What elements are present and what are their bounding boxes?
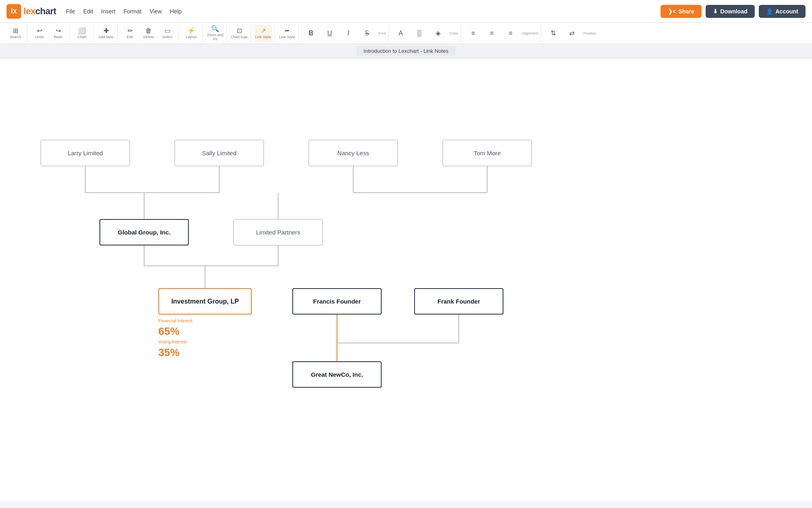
- redo-tool[interactable]: ↪ Redo: [49, 25, 67, 42]
- font-color-tool[interactable]: A: [392, 25, 410, 42]
- tool-group-zoom: 🔍 Zoom and Fit: [204, 25, 227, 42]
- align-left-icon: ≡: [471, 30, 475, 37]
- investment-annotation: Financial Interest 65% Voting Interest 3…: [158, 318, 192, 360]
- zoom-tool[interactable]: 🔍 Zoom and Fit: [206, 25, 224, 42]
- undo-tool[interactable]: ↩ Undo: [30, 25, 48, 42]
- canvas[interactable]: Larry Limited Sally Limited Nancy Less T…: [0, 59, 812, 501]
- node-tom-more[interactable]: Tom More: [443, 140, 532, 166]
- line-style-icon: ━: [285, 28, 289, 34]
- node-francis-founder[interactable]: Francis Founder: [292, 288, 382, 315]
- align-left-tool[interactable]: ≡: [464, 25, 482, 42]
- chart-gap-tool[interactable]: ⊡ Chart Gap: [230, 25, 248, 42]
- share-button[interactable]: ❯< Share: [661, 5, 702, 18]
- logo[interactable]: lx lexchart: [6, 4, 56, 19]
- select-icon: ▭: [164, 28, 171, 34]
- node-investment-group[interactable]: Investment Group, LP: [158, 288, 252, 315]
- bold-icon: B: [309, 30, 313, 37]
- tool-group-position: ⇅ ⇄ Position: [542, 25, 599, 42]
- menu-format[interactable]: Format: [123, 8, 141, 15]
- layout-tool[interactable]: ⚡ Layout: [182, 25, 200, 42]
- layout-icon: ⚡: [187, 28, 195, 34]
- tool-group-add: ✚ Add New: [95, 25, 118, 42]
- tool-group-layout: ⚡ Layout: [180, 25, 203, 42]
- zoom-icon: 🔍: [211, 26, 219, 32]
- tool-group-edit-del-sel: ✏ Edit 🗑 Delete ▭ Select: [119, 25, 179, 42]
- align-center-tool[interactable]: ≡: [483, 25, 501, 42]
- chart-icon: ⬜: [78, 28, 86, 34]
- chart-tool[interactable]: ⬜ Chart: [73, 25, 91, 42]
- chart-area: Larry Limited Sally Limited Nancy Less T…: [0, 59, 812, 465]
- tool-group-chart: ⬜ Chart: [71, 25, 94, 42]
- line-style-tool[interactable]: ━ Line Style: [278, 25, 296, 42]
- download-button[interactable]: ⬇ Download: [706, 5, 755, 18]
- underline-tool[interactable]: U: [321, 25, 339, 42]
- account-button[interactable]: 👤 Account: [759, 5, 806, 18]
- main-menu: File Edit Insert Format View Help: [66, 8, 181, 15]
- node-great-newco[interactable]: Great NewCo, Inc.: [292, 361, 382, 388]
- highlight-tool[interactable]: ▒: [410, 25, 428, 42]
- link-style-tool[interactable]: ↗ Link Style: [254, 25, 272, 42]
- node-frank-founder[interactable]: Frank Founder: [414, 288, 503, 315]
- edit-tool[interactable]: ✏ Edit: [121, 25, 139, 42]
- italic-tool[interactable]: I: [339, 25, 357, 42]
- font-color-icon: A: [399, 30, 403, 37]
- tool-group-line-style: ━ Line Style: [276, 25, 299, 42]
- fill-color-icon: ◈: [436, 30, 441, 37]
- delete-icon: 🗑: [145, 28, 152, 34]
- fill-color-tool[interactable]: ◈: [429, 25, 447, 42]
- align-center-icon: ≡: [490, 30, 494, 37]
- italic-icon: I: [348, 30, 349, 37]
- download-icon: ⬇: [713, 8, 718, 15]
- chart-gap-icon: ⊡: [237, 28, 242, 34]
- position-up-tool[interactable]: ⇅: [544, 25, 562, 42]
- tool-group-undo-redo: ↩ Undo ↪ Redo: [28, 25, 70, 42]
- underline-icon: U: [327, 30, 332, 37]
- topnav-right: ❯< Share ⬇ Download 👤 Account: [661, 5, 806, 18]
- position-right-tool[interactable]: ⇄: [563, 25, 581, 42]
- account-icon: 👤: [766, 8, 773, 15]
- tool-group-search: ⊞ Search: [4, 25, 27, 42]
- menu-file[interactable]: File: [66, 8, 75, 15]
- tool-group-font: B U I S̶ Font: [300, 25, 389, 42]
- document-title[interactable]: Introduction to Lexchart - Link Notes: [356, 46, 456, 56]
- add-new-tool[interactable]: ✚ Add New: [97, 25, 115, 42]
- tool-group-color: A ▒ ◈ Color: [389, 25, 461, 42]
- redo-icon: ↪: [56, 28, 61, 34]
- search-tool[interactable]: ⊞ Search: [6, 25, 24, 42]
- undo-icon: ↩: [37, 28, 42, 34]
- tool-group-chart-gap: ⊡ Chart Gap: [228, 25, 251, 42]
- toolbar: ⊞ Search ↩ Undo ↪ Redo ⬜ Chart ✚ Add New…: [0, 23, 812, 44]
- position-up-icon: ⇅: [551, 30, 556, 37]
- node-limited-partners[interactable]: Limited Partners: [233, 219, 323, 245]
- node-sally-limited[interactable]: Sally Limited: [175, 140, 264, 166]
- highlight-icon: ▒: [417, 30, 421, 37]
- top-navigation: lx lexchart File Edit Insert Format View…: [0, 0, 812, 23]
- logo-text: lexchart: [24, 6, 56, 17]
- connectors-svg: [0, 59, 812, 465]
- tool-group-alignment: ≡ ≡ ≡ Alignment: [462, 25, 541, 42]
- search-icon: ⊞: [13, 28, 18, 34]
- strikethrough-tool[interactable]: S̶: [358, 25, 376, 42]
- align-right-tool[interactable]: ≡: [502, 25, 520, 42]
- node-nancy-less[interactable]: Nancy Less: [309, 140, 398, 166]
- menu-help[interactable]: Help: [170, 8, 182, 15]
- logo-icon: lx: [6, 4, 21, 19]
- align-right-icon: ≡: [509, 30, 512, 37]
- tool-group-link-style: ↗ Link Style: [252, 25, 275, 42]
- share-icon: ❯<: [668, 8, 676, 15]
- position-right-icon: ⇄: [569, 30, 574, 37]
- node-larry-limited[interactable]: Larry Limited: [41, 140, 130, 166]
- link-style-icon: ↗: [261, 28, 266, 34]
- edit-icon: ✏: [127, 28, 133, 34]
- menu-edit[interactable]: Edit: [83, 8, 93, 15]
- menu-view[interactable]: View: [149, 8, 162, 15]
- delete-tool[interactable]: 🗑 Delete: [140, 25, 158, 42]
- document-title-bar: Introduction to Lexchart - Link Notes: [0, 44, 812, 59]
- menu-insert[interactable]: Insert: [101, 8, 115, 15]
- add-icon: ✚: [104, 28, 109, 34]
- node-global-group[interactable]: Global Group, Inc.: [99, 219, 189, 245]
- bold-tool[interactable]: B: [302, 25, 320, 42]
- select-tool[interactable]: ▭ Select: [158, 25, 176, 42]
- strikethrough-icon: S̶: [365, 30, 369, 37]
